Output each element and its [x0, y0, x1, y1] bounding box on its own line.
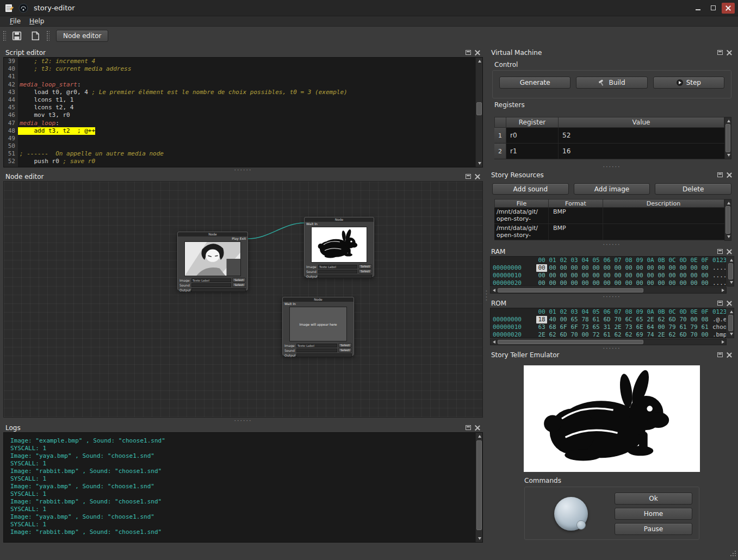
- column-header-description[interactable]: Description: [603, 199, 724, 208]
- hex-byte[interactable]: 70: [689, 331, 699, 338]
- close-icon[interactable]: [725, 351, 733, 358]
- hex-byte[interactable]: 00: [689, 316, 699, 323]
- scrollbar-thumb[interactable]: [476, 102, 482, 115]
- ok-button[interactable]: Ok: [615, 493, 692, 505]
- close-icon[interactable]: [474, 173, 481, 180]
- hex-byte[interactable]: 64: [645, 323, 656, 331]
- add-image-button[interactable]: Add image: [574, 183, 650, 195]
- code-line[interactable]: 44 lcons t1, 1: [4, 96, 475, 104]
- hex-byte[interactable]: 00: [601, 264, 612, 272]
- hex-byte[interactable]: 72: [591, 331, 601, 338]
- resource-row[interactable]: /mnt/data/git/open-story-tell…BMP: [494, 208, 724, 224]
- hex-byte[interactable]: 18: [536, 316, 547, 323]
- scroll-up-icon[interactable]: [476, 58, 483, 65]
- splitter-handle[interactable]: ······: [2, 168, 484, 172]
- hex-byte[interactable]: 00: [558, 316, 569, 323]
- hex-byte[interactable]: 73: [580, 323, 591, 331]
- hex-byte[interactable]: 00: [569, 272, 580, 279]
- hex-byte[interactable]: 2E: [536, 331, 547, 338]
- menu-item-file[interactable]: File: [5, 17, 25, 26]
- maximize-button[interactable]: [706, 3, 720, 14]
- scroll-down-icon[interactable]: [725, 233, 731, 240]
- hex-byte[interactable]: 00: [667, 264, 678, 272]
- hex-byte[interactable]: 00: [569, 279, 580, 287]
- hex-byte[interactable]: 00: [667, 272, 678, 279]
- hex-byte[interactable]: 61: [678, 323, 689, 331]
- hex-byte[interactable]: 00: [623, 279, 634, 287]
- splitter-handle[interactable]: ······: [488, 295, 736, 298]
- float-icon[interactable]: [464, 424, 472, 431]
- code-line[interactable]: 42media_loop_start:: [4, 81, 475, 89]
- hex-byte[interactable]: 70: [612, 316, 623, 323]
- scrollbar-thumb[interactable]: [725, 206, 730, 234]
- hex-byte[interactable]: 00: [547, 279, 558, 287]
- build-button[interactable]: Build: [576, 77, 647, 89]
- node-row-field[interactable]: Texte Label: [296, 344, 337, 347]
- column-header-value[interactable]: Value: [559, 117, 724, 128]
- hex-byte[interactable]: 78: [580, 316, 591, 323]
- hex-byte[interactable]: 65: [634, 316, 645, 323]
- rom-hex-view[interactable]: 000102030405060708090A0B0C0D0E0F01234567…: [490, 308, 727, 338]
- hex-byte[interactable]: 00: [699, 331, 710, 338]
- hex-byte[interactable]: 79: [667, 323, 678, 331]
- hex-byte[interactable]: 00: [634, 279, 645, 287]
- hex-byte[interactable]: 00: [591, 272, 601, 279]
- hex-byte[interactable]: 73: [623, 323, 634, 331]
- hex-byte[interactable]: 70: [678, 316, 689, 323]
- select-button[interactable]: Select: [232, 283, 246, 287]
- hex-byte[interactable]: 2E: [656, 331, 667, 338]
- scroll-left-icon[interactable]: [491, 288, 497, 293]
- hex-byte[interactable]: 00: [699, 279, 710, 287]
- splitter-handle[interactable]: ······: [488, 165, 736, 169]
- code-line[interactable]: 52 push r0 ; save r0: [4, 158, 475, 165]
- splitter-handle[interactable]: ······: [2, 419, 484, 422]
- delete-button[interactable]: Delete: [655, 183, 731, 195]
- code-line[interactable]: 43 load t0, @r0, 4 ; Le premier élément …: [4, 89, 475, 96]
- media-node[interactable]: Node Wait In Image will appear here Imag…: [282, 297, 354, 356]
- hex-byte[interactable]: 00: [678, 272, 689, 279]
- hex-byte[interactable]: 6F: [558, 323, 569, 331]
- hex-byte[interactable]: 00: [699, 264, 710, 272]
- code-line[interactable]: 50: [4, 142, 475, 150]
- step-button[interactable]: Step: [653, 77, 724, 89]
- float-icon[interactable]: [716, 351, 724, 358]
- control-knob[interactable]: [554, 497, 588, 531]
- hex-byte[interactable]: 2E: [645, 316, 656, 323]
- hex-byte[interactable]: 6C: [623, 316, 634, 323]
- media-node[interactable]: Node Wait In ImageTexte LabelSelectSound…: [304, 217, 374, 277]
- generate-button[interactable]: Generate: [499, 77, 570, 89]
- hex-byte[interactable]: 62: [547, 331, 558, 338]
- save-button[interactable]: [9, 29, 24, 43]
- resource-row[interactable]: /mnt/data/git/open-story-tell…BMP: [494, 224, 724, 240]
- scrollbar-thumb[interactable]: [728, 315, 733, 331]
- resize-grip-icon[interactable]: [730, 550, 736, 558]
- scrollbar-thumb[interactable]: [476, 440, 482, 530]
- toolbar-drag-handle[interactable]: [3, 30, 6, 41]
- close-icon[interactable]: [725, 171, 733, 178]
- select-button[interactable]: Select: [232, 278, 246, 282]
- hex-byte[interactable]: 00: [558, 279, 569, 287]
- scrollbar-thumb[interactable]: [728, 263, 733, 279]
- media-node[interactable]: Node Play Exit: [177, 232, 248, 290]
- hex-byte[interactable]: 00: [678, 264, 689, 272]
- node-row-field[interactable]: Texte Label: [191, 278, 231, 282]
- hex-byte[interactable]: 00: [591, 264, 601, 272]
- hex-byte[interactable]: 00: [580, 264, 591, 272]
- hex-byte[interactable]: 62: [623, 331, 634, 338]
- close-icon[interactable]: [474, 49, 481, 56]
- hex-byte[interactable]: 00: [656, 279, 667, 287]
- hex-byte[interactable]: 00: [601, 272, 612, 279]
- registers-scrollbar[interactable]: [724, 117, 731, 159]
- scroll-down-icon[interactable]: [476, 160, 483, 167]
- minimize-button[interactable]: [691, 3, 704, 14]
- scroll-up-icon[interactable]: [476, 433, 483, 440]
- splitter-handle[interactable]: ······: [488, 346, 736, 350]
- hex-byte[interactable]: 6D: [667, 316, 678, 323]
- hex-byte[interactable]: 69: [634, 331, 645, 338]
- hex-byte[interactable]: 00: [580, 279, 591, 287]
- hex-byte[interactable]: 00: [612, 272, 623, 279]
- titlebar[interactable]: story-editor: [0, 0, 738, 16]
- hex-byte[interactable]: 00: [656, 323, 667, 331]
- log-view[interactable]: Image: "example.bmp" , Sound: "choose1.s…: [3, 432, 483, 543]
- node-editor-toggle-button[interactable]: Node editor: [56, 30, 108, 42]
